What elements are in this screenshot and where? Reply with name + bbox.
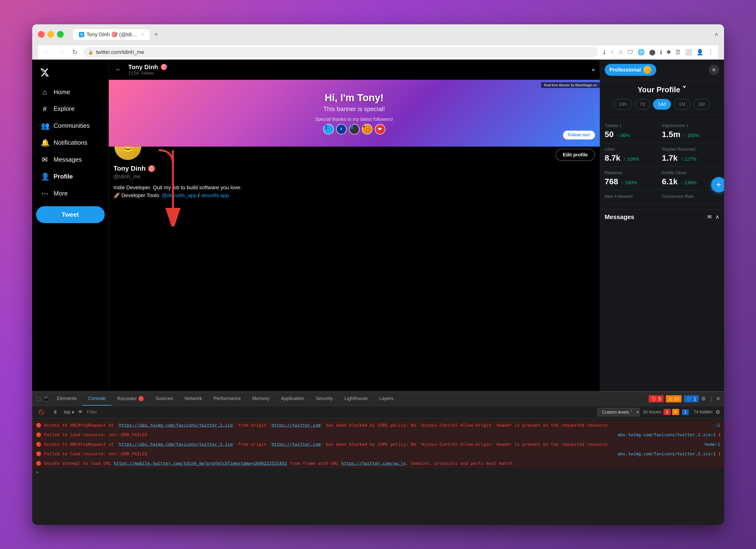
stat-impressions-label: Impressions <box>662 123 685 128</box>
devtools-tab-performance[interactable]: Performance <box>208 392 247 405</box>
sidebar-item-communities[interactable]: 👥 Communities <box>36 118 105 134</box>
console-source-2: abs.twimg.com/favicons/twitter.2.ico:1 ℹ <box>618 431 720 438</box>
devtools-tab-lighthouse[interactable]: Lighthouse <box>339 392 374 405</box>
frame-url-link[interactable]: https://twitter.com/sw.js <box>341 461 406 466</box>
cors-link-3a[interactable]: https://abs.twimg.com/favicons/twitter.2… <box>119 442 233 447</box>
bio-link2[interactable]: devutils.app <box>201 192 229 198</box>
settings-icon[interactable]: ⚙ <box>701 396 706 402</box>
close-devtools-btn[interactable]: ✕ <box>716 396 720 402</box>
issues-count-label: 10 Issues: 1 9 <box>643 409 679 414</box>
sidebar-item-profile[interactable]: 👤 Profile <box>36 169 105 185</box>
filter-level-selector[interactable]: top ▾ <box>64 409 74 415</box>
hidden-count-label: 74 hidden <box>693 409 712 414</box>
more-devtools-icon[interactable]: ⋮ <box>708 396 714 402</box>
download-icon[interactable]: ⤓ <box>602 49 607 56</box>
console-error-text-2: Failed to load resource: net::ERR_FAILED <box>44 431 615 438</box>
window-collapse-btn[interactable]: ∧ <box>714 31 718 37</box>
stat-impressions-info[interactable]: ℹ <box>687 124 688 128</box>
twitter-logo[interactable] <box>36 64 105 82</box>
console-source-3: home:1 <box>673 441 720 447</box>
cors-link-1a[interactable]: https://abs.twimg.com/favicons/twitter.2… <box>119 423 233 428</box>
security-icon: 🔒 <box>88 50 93 55</box>
console-cursor-line[interactable]: > <box>32 468 724 476</box>
error-info-icon-4[interactable]: ℹ <box>719 451 720 456</box>
stat-retweets-label: Retweets <box>605 171 623 176</box>
banner-followers: 👤 F 👤 ✦ ❤ <box>323 124 385 135</box>
inspect-icon[interactable]: ⬚ <box>36 396 41 402</box>
circle-icon[interactable]: ⬤ <box>649 49 656 56</box>
devtools-tab-console[interactable]: Console <box>83 392 111 405</box>
profile-nav-icon: 👤 <box>41 172 49 181</box>
devtools-tab-security[interactable]: Security <box>310 392 339 405</box>
globe-icon[interactable]: 🌐 <box>638 49 645 56</box>
bio-link1[interactable]: @devutils_app <box>162 192 197 198</box>
devtools-tab-application[interactable]: Application <box>275 392 310 405</box>
edit-profile-button[interactable]: Edit profile <box>556 149 595 161</box>
reload-btn[interactable]: ↻ <box>70 48 79 57</box>
cors-origin-3[interactable]: https://twitter.com <box>271 442 321 447</box>
stat-tweets-info[interactable]: ℹ <box>620 124 621 128</box>
console-filter-input[interactable] <box>87 409 594 415</box>
panel-menu-button[interactable]: ≡ <box>709 65 719 75</box>
devtools-tab-layers[interactable]: Layers <box>374 392 399 405</box>
explore-icon: # <box>41 105 49 113</box>
clear-console-btn[interactable]: 🚫 <box>36 408 47 416</box>
error-info-icon-2[interactable]: ℹ <box>719 432 720 437</box>
time-btn-24h[interactable]: 24h <box>614 99 632 110</box>
banner-thanks: Special thanks to my latest followers! <box>315 117 393 122</box>
issues-badge-yellow: ⚠ 10 <box>666 395 682 402</box>
eye-icon[interactable]: 👁 <box>78 409 83 415</box>
forward-btn[interactable]: → <box>57 48 67 57</box>
profile-bio: Indie Developer. Quit my job to build so… <box>114 184 595 199</box>
browser-tab-active[interactable]: 𝕏 Tony Dinh 🎯 (@tdinh_me) / Tw × <box>73 29 150 40</box>
more-options-icon[interactable]: ⋮ <box>708 49 714 56</box>
sidebar-item-more[interactable]: ⋯ More <box>36 186 105 202</box>
issues-settings-icon[interactable]: ⚙ <box>715 409 720 415</box>
extensions-icon[interactable]: ✱ <box>666 49 671 56</box>
sidebar-item-notifications[interactable]: 🔔 Notifications <box>36 135 105 151</box>
maximize-window-btn[interactable] <box>57 31 64 38</box>
compose-message-icon[interactable]: ✉ <box>707 214 712 220</box>
close-window-btn[interactable] <box>38 31 45 38</box>
tab-close-btn[interactable]: × <box>141 32 144 37</box>
bio-emoji: 🚀 <box>114 192 120 198</box>
collapse-messages-icon[interactable]: ∧ <box>715 214 719 220</box>
sidebar-item-home[interactable]: ⌂ Home <box>36 84 105 100</box>
time-btn-3m[interactable]: 3M <box>693 99 710 110</box>
minimize-window-btn[interactable] <box>47 31 54 38</box>
share-icon[interactable]: ↑ <box>611 49 614 56</box>
devtools-tab-memory[interactable]: Memory <box>246 392 275 405</box>
log-level-select[interactable]: Custom levels ˅ <box>597 408 640 416</box>
unsafe-url-link[interactable]: https://mobile.twitter.com/tdinh_me?pref… <box>114 461 287 466</box>
time-btn-14d[interactable]: 14d <box>653 99 671 110</box>
expand-button[interactable]: » <box>592 66 595 73</box>
time-btn-7d[interactable]: 7d <box>635 99 650 110</box>
profile-icon[interactable]: 👤 <box>696 49 704 56</box>
stat-conversion-rate: Conversion Rate <box>662 190 719 205</box>
follow-me-button[interactable]: Follow me! <box>563 131 595 140</box>
devtools-tab-elements[interactable]: Elements <box>51 392 83 405</box>
back-btn[interactable]: ← <box>43 48 53 57</box>
cors-origin-1[interactable]: https://twitter.com <box>271 423 321 428</box>
time-btn-1m[interactable]: 1M <box>674 99 690 110</box>
your-profile-title[interactable]: Your Profile ˅ <box>600 80 724 99</box>
professional-badge[interactable]: Professional 😊 <box>605 64 656 76</box>
bookmark-icon[interactable]: ☆ <box>618 49 623 56</box>
new-tab-btn[interactable]: + <box>151 29 162 40</box>
tab-groups-icon[interactable]: ☰ <box>675 49 681 56</box>
devtools-tab-network[interactable]: Network <box>179 392 208 405</box>
screen-icon[interactable]: ⬜ <box>685 49 692 56</box>
sidebar-item-messages[interactable]: ✉ Messages <box>36 152 105 168</box>
shield-icon[interactable]: 🛡 <box>628 49 633 56</box>
url-bar[interactable]: 🔒 twitter.com/tdinh_me <box>83 47 598 57</box>
back-button[interactable]: ← <box>114 64 124 75</box>
sidebar-item-explore[interactable]: # Explore <box>36 101 105 117</box>
device-icon[interactable]: 📱 <box>43 396 49 402</box>
devtools-tab-recorder[interactable]: Recorder 🔴 <box>111 392 150 406</box>
info-icon[interactable]: ℹ <box>660 49 662 56</box>
tweet-button[interactable]: Tweet <box>36 206 105 223</box>
issues-badge-blue: 🔵 1 <box>684 395 699 402</box>
devtools-tab-sources[interactable]: Sources <box>150 392 179 405</box>
profile-handle: @tdinh_me <box>114 174 595 180</box>
pause-btn[interactable]: ⏸ <box>51 408 60 416</box>
